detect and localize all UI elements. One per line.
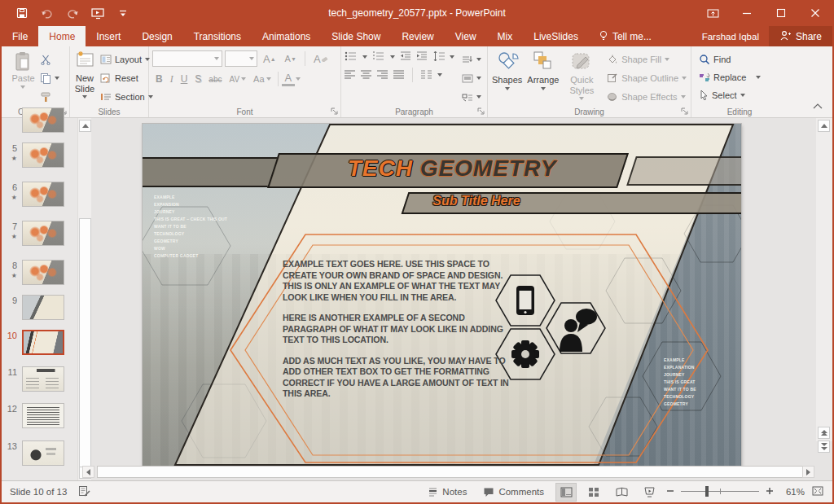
align-left-icon[interactable] — [345, 70, 355, 81]
start-slideshow-icon[interactable] — [90, 6, 105, 20]
zoom-slider-thumb[interactable] — [705, 486, 709, 497]
decrease-indent-icon[interactable] — [400, 51, 411, 63]
increase-indent-icon[interactable] — [416, 51, 428, 63]
tab-liveslides[interactable]: LiveSlides — [523, 26, 589, 46]
paragraph-dialog-launcher[interactable] — [476, 107, 485, 116]
zoom-out-icon[interactable] — [666, 487, 674, 497]
close-icon[interactable] — [798, 0, 832, 26]
character-spacing-button[interactable]: AV — [226, 71, 249, 87]
share-button[interactable]: Share — [769, 26, 832, 46]
save-icon[interactable] — [15, 6, 29, 20]
text-direction-button[interactable] — [459, 51, 484, 68]
justify-icon[interactable] — [393, 70, 404, 81]
replace-button[interactable]: Replace — [696, 69, 763, 85]
scroll-left-icon[interactable] — [82, 466, 94, 478]
font-name-combo[interactable] — [152, 50, 222, 67]
tab-file[interactable]: File — [2, 26, 38, 46]
tab-view[interactable]: View — [445, 26, 487, 46]
paste-button[interactable]: Paste — [9, 49, 37, 105]
next-slide-button[interactable] — [818, 440, 830, 453]
slide-counter[interactable]: Slide 10 of 13 — [10, 487, 67, 497]
slide-sorter-view-button[interactable] — [583, 483, 604, 502]
tab-mix[interactable]: Mix — [487, 26, 524, 46]
collapse-ribbon-icon[interactable] — [813, 101, 823, 111]
shape-effects-button[interactable]: Shape Effects — [604, 88, 689, 105]
scroll-up-icon[interactable] — [818, 120, 830, 132]
slide-editing-area[interactable]: TECH GEOMETRY Sub Title Here EXAMPLE TEX… — [143, 124, 741, 467]
tab-slideshow[interactable]: Slide Show — [321, 26, 391, 46]
text-shadow-button[interactable]: S — [191, 71, 204, 87]
layout-button[interactable]: Layout — [98, 50, 156, 68]
font-size-combo[interactable] — [225, 50, 257, 67]
thumbnail-slide-13[interactable]: 13 — [2, 440, 77, 467]
tab-animations[interactable]: Animations — [252, 26, 321, 46]
shrink-font-button[interactable]: A▼ — [282, 50, 300, 67]
tab-insert[interactable]: Insert — [86, 26, 131, 46]
normal-view-button[interactable] — [555, 483, 577, 502]
reset-button[interactable]: Reset — [98, 69, 156, 86]
convert-smartart-button[interactable] — [459, 89, 484, 105]
grow-font-button[interactable]: A▲ — [260, 50, 279, 67]
scroll-right-icon[interactable] — [802, 466, 814, 478]
slide-title[interactable]: TECH GEOMETRY — [281, 156, 623, 182]
customize-qat-icon[interactable] — [116, 6, 130, 20]
cut-icon[interactable] — [37, 51, 62, 68]
drawing-dialog-launcher[interactable] — [680, 107, 689, 116]
columns-icon[interactable] — [421, 70, 432, 81]
title-right-band[interactable] — [626, 156, 741, 186]
previous-slide-button[interactable] — [818, 427, 830, 439]
thumbnail-slide-12[interactable]: 12 — [2, 403, 77, 430]
copy-icon[interactable] — [37, 70, 62, 86]
horizontal-scrollbar-thumb[interactable] — [97, 466, 803, 478]
tab-review[interactable]: Review — [391, 26, 444, 46]
arrange-button[interactable]: Arrange — [525, 49, 561, 105]
format-painter-icon[interactable] — [37, 89, 62, 105]
select-button[interactable]: Select — [696, 87, 763, 103]
italic-button[interactable]: I — [167, 71, 177, 87]
numbering-icon[interactable] — [372, 51, 385, 63]
line-spacing-icon[interactable] — [432, 51, 445, 63]
align-text-button[interactable] — [459, 70, 484, 86]
slide-subtitle[interactable]: Sub Title Here — [411, 194, 542, 208]
undo-icon[interactable] — [40, 6, 55, 20]
user-name[interactable]: Farshad Iqbal — [692, 26, 769, 46]
maximize-icon[interactable] — [764, 0, 798, 26]
bold-button[interactable]: B — [152, 71, 166, 87]
find-button[interactable]: Find — [696, 51, 763, 67]
new-slide-button[interactable]: New Slide — [72, 49, 98, 105]
tab-home[interactable]: Home — [38, 26, 86, 46]
reading-view-button[interactable] — [611, 483, 632, 502]
thumbnail-slide-5[interactable]: 5 ★ — [2, 142, 77, 169]
fit-slide-to-window-icon[interactable] — [811, 485, 824, 498]
comments-button[interactable]: Comments — [478, 481, 549, 503]
slide-body-text[interactable]: EXAMPLE TEXT GOES HERE. USE THIS SPACE T… — [283, 259, 509, 410]
shapes-button[interactable]: Shapes — [489, 49, 525, 105]
font-dialog-launcher[interactable] — [330, 107, 339, 116]
redo-icon[interactable] — [65, 6, 80, 20]
underline-button[interactable]: U — [178, 71, 191, 87]
quick-styles-button[interactable]: Quick Styles — [561, 49, 602, 105]
tab-design[interactable]: Design — [131, 26, 182, 46]
title-accent-band[interactable] — [143, 157, 279, 187]
align-center-icon[interactable] — [361, 70, 371, 81]
slideshow-view-button[interactable] — [639, 483, 660, 502]
notes-button[interactable]: Notes — [423, 481, 472, 503]
tab-transitions[interactable]: Transitions — [183, 26, 252, 46]
tell-me-box[interactable]: Tell me... — [589, 26, 661, 46]
bullets-icon[interactable] — [345, 51, 358, 63]
section-button[interactable]: Section — [98, 88, 156, 105]
zoom-level[interactable]: 61% — [780, 487, 805, 497]
minimize-icon[interactable] — [730, 0, 764, 26]
thumbnail-slide-11[interactable]: 11 — [2, 366, 77, 393]
thumbnail-slide-10-selected[interactable]: 10 — [2, 330, 77, 357]
proofing-status-icon[interactable] — [78, 485, 91, 499]
horizontal-scrollbar[interactable] — [82, 466, 814, 478]
thumbnail-slide-4[interactable] — [2, 107, 77, 134]
thumbnail-slide-9[interactable]: 9 — [2, 295, 77, 322]
zoom-in-icon[interactable] — [766, 487, 774, 497]
thumbnail-slide-7[interactable]: 7 ★ — [2, 221, 77, 248]
shape-fill-button[interactable]: Shape Fill — [604, 50, 689, 68]
align-right-icon[interactable] — [377, 70, 388, 81]
thumbnail-slide-8[interactable]: 8 ★ — [2, 260, 77, 287]
clear-formatting-button[interactable]: A — [310, 50, 331, 67]
